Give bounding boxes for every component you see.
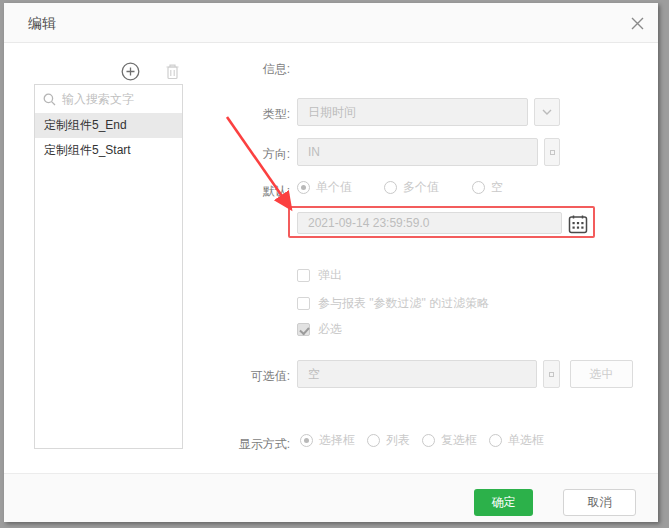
calendar-icon[interactable] xyxy=(568,214,588,234)
radio-icon xyxy=(367,434,380,447)
checkbox-icon xyxy=(297,297,310,310)
radio-icon xyxy=(472,181,485,194)
display-mode-radio-group: 选择框 列表 复选框 单选框 xyxy=(300,432,544,448)
direction-select[interactable]: IN xyxy=(297,138,538,166)
select-button[interactable]: 选中 xyxy=(570,360,633,388)
dialog-header: 编辑 xyxy=(4,3,658,43)
list-item[interactable]: 定制组件5_Start xyxy=(35,138,182,163)
radio-list[interactable]: 列表 xyxy=(367,432,410,449)
checkbox-icon xyxy=(297,269,310,282)
radio-icon xyxy=(422,434,435,447)
parameter-list-panel: 输入搜索文字 定制组件5_End 定制组件5_Start xyxy=(34,84,183,449)
checkbox-filter-strategy[interactable]: 参与报表 "参数过滤" 的过滤策略 xyxy=(297,295,489,311)
small-square-icon xyxy=(549,372,554,377)
checkbox-checked-icon xyxy=(297,323,310,336)
small-square-icon xyxy=(550,150,555,155)
checkbox-required[interactable]: 必选 xyxy=(297,321,342,337)
edit-dialog: 编辑 输入搜索文字 定制组件5_End 定制组件5_Start 信息: xyxy=(4,3,658,522)
direction-label: 方向: xyxy=(220,146,290,163)
delete-parameter-icon[interactable] xyxy=(162,61,182,81)
radio-icon xyxy=(489,434,502,447)
ok-button[interactable]: 确定 xyxy=(474,489,533,516)
search-placeholder: 输入搜索文字 xyxy=(62,91,134,108)
display-mode-label: 显示方式: xyxy=(210,436,290,453)
radio-select-box[interactable]: 选择框 xyxy=(300,432,355,449)
direction-select-button[interactable] xyxy=(544,138,560,166)
type-label: 类型: xyxy=(220,106,290,123)
dialog-footer: 确定 取消 xyxy=(4,473,658,522)
optional-values-select[interactable]: 空 xyxy=(297,360,537,388)
checkbox-popup[interactable]: 弹出 xyxy=(297,267,342,283)
radio-selected-icon xyxy=(297,181,310,194)
search-input[interactable]: 输入搜索文字 xyxy=(35,85,182,113)
type-select[interactable]: 日期时间 xyxy=(297,98,528,126)
cancel-button[interactable]: 取消 xyxy=(563,489,636,516)
radio-multi-value[interactable]: 多个值 xyxy=(384,179,439,196)
optional-values-label: 可选值: xyxy=(220,368,290,385)
add-parameter-button[interactable] xyxy=(120,61,140,81)
radio-checkbox-mode[interactable]: 复选框 xyxy=(422,432,477,449)
radio-radio-mode[interactable]: 单选框 xyxy=(489,432,544,449)
list-item[interactable]: 定制组件5_End xyxy=(35,113,182,138)
default-radio-group: 单个值 多个值 空 xyxy=(297,179,503,195)
chevron-down-icon xyxy=(542,109,552,115)
default-date-input[interactable]: 2021-09-14 23:59:59.0 xyxy=(297,212,562,234)
dialog-title: 编辑 xyxy=(28,3,56,43)
radio-selected-icon xyxy=(300,434,313,447)
default-label: 默认: xyxy=(220,183,290,200)
search-icon xyxy=(43,93,56,106)
close-icon[interactable] xyxy=(629,15,645,31)
optional-values-select-button[interactable] xyxy=(543,360,560,388)
radio-empty-value[interactable]: 空 xyxy=(472,179,503,196)
radio-icon xyxy=(384,181,397,194)
info-label: 信息: xyxy=(220,61,290,78)
radio-single-value[interactable]: 单个值 xyxy=(297,179,352,196)
type-select-dropdown-button[interactable] xyxy=(534,98,560,126)
